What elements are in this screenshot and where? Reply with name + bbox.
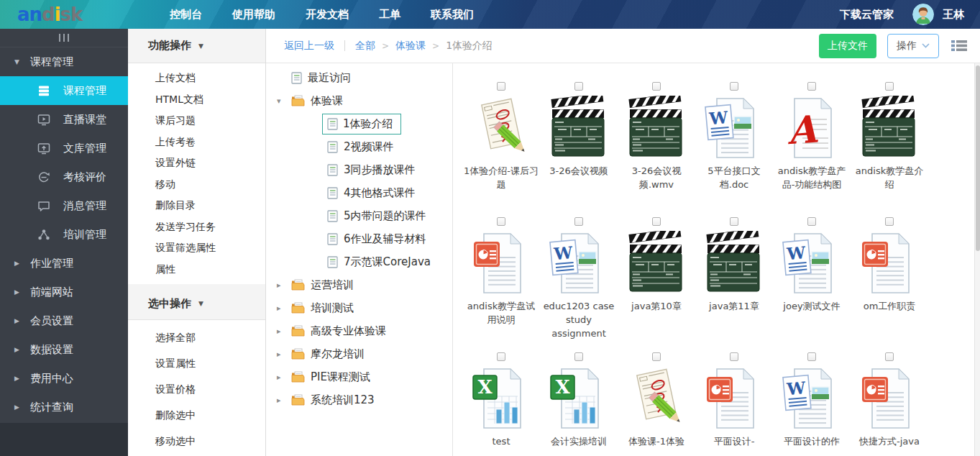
file-checkbox[interactable] [730,217,738,226]
file-tile-7[interactable]: Weduc1203 case study assignment [540,214,618,350]
file-tile-17[interactable]: 快捷方式-java [851,350,928,456]
sidebar-group-3[interactable]: ▶会员设置 [0,306,128,335]
upload-file-button[interactable]: 上传文件 [819,34,876,58]
tree-item-5[interactable]: 4其他格式课件 [266,181,452,204]
file-tile-0[interactable]: 1体验介绍-课后习题 [462,79,540,214]
sidebar-item-0[interactable]: 课程管理 [0,76,128,105]
tree-item-11[interactable]: ▸高级专业体验课 [266,319,452,342]
caret-right-icon[interactable]: ▸ [277,327,286,336]
topnav-item-1[interactable]: 控制台 [170,8,202,22]
file-tile-12[interactable]: Xtest [462,350,540,456]
file-tile-3[interactable]: W5平台接口文档.doc [695,79,773,214]
file-tile-9[interactable]: java第11章 [695,214,773,350]
file-tile-10[interactable]: Wjoey测试文件 [773,214,851,350]
sidebar-item-2[interactable]: 文库管理 [0,134,128,163]
sidebar-group-1[interactable]: ▶作业管理 [0,249,128,278]
ops-group-header-1[interactable]: 选中操作▼ [128,288,265,320]
tree-item-13[interactable]: ▸PIE课程测试 [266,365,452,388]
file-checkbox[interactable] [807,82,816,91]
topnav-item-2[interactable]: 使用帮助 [232,8,275,22]
tree-item-14[interactable]: ▸系统培训123 [266,388,452,411]
caret-right-icon[interactable]: ▸ [277,373,286,382]
caret-right-icon[interactable]: ▸ [277,396,286,405]
tree-item-0[interactable]: 最近访问 [266,66,452,89]
file-checkbox[interactable] [730,352,738,361]
topnav-item-3[interactable]: 开发文档 [306,8,349,22]
user-avatar[interactable] [912,4,934,25]
ops-item[interactable]: 课后习题 [128,110,265,132]
ops-item[interactable]: 移动 [128,174,265,196]
ops-item[interactable]: 设置价格 [128,376,265,402]
sidebar-collapse-icon[interactable] [0,29,128,47]
ops-item[interactable]: 上传考卷 [128,132,265,153]
tree-item-8[interactable]: 7示范课CoreJava [266,250,452,273]
sidebar-item-3[interactable]: 考核评价 [0,163,128,191]
breadcrumb-link[interactable]: 体验课 [395,40,426,53]
sidebar-item-5[interactable]: 培训管理 [0,220,128,249]
file-checkbox[interactable] [497,217,505,226]
file-checkbox[interactable] [807,217,816,226]
scrollbar-thumb[interactable] [976,65,980,251]
sidebar-group-5[interactable]: ▶费用中心 [0,364,128,393]
ops-item[interactable]: HTML文档 [128,89,265,111]
file-tile-2[interactable]: 3-26会议视频.wmv [618,79,695,214]
ops-item[interactable]: 删除选中 [128,402,265,428]
ops-item[interactable]: 删除目录 [128,195,265,216]
download-cloud-manager-link[interactable]: 下载云管家 [840,8,894,22]
tree-item-6[interactable]: 5内带问题的课件 [266,204,452,227]
tree-item-3[interactable]: 2视频课件 [266,135,452,158]
file-checkbox[interactable] [652,82,661,91]
file-tile-14[interactable]: 体验课-1体验 [618,350,695,456]
sidebar-group-0[interactable]: ▼课程管理 [0,47,128,76]
username[interactable]: 王林 [943,8,964,22]
topnav-item-5[interactable]: 联系我们 [431,8,474,22]
tree-item-1[interactable]: ▾体验课 [266,89,452,112]
list-view-icon[interactable] [951,40,967,52]
ops-item[interactable]: 移动选中 [128,428,265,454]
vertical-scrollbar[interactable] [974,63,980,456]
tree-item-12[interactable]: ▸摩尔龙培训 [266,342,452,365]
ops-item[interactable]: 设置筛选属性 [128,237,265,259]
file-tile-15[interactable]: 平面设计- [695,350,773,456]
file-checkbox[interactable] [885,352,894,361]
file-tile-6[interactable]: andisk教学盘试用说明 [462,214,540,350]
file-checkbox[interactable] [885,217,894,226]
caret-right-icon[interactable]: ▸ [277,350,286,359]
sidebar-group-6[interactable]: ▶统计查询 [0,393,128,421]
file-checkbox[interactable] [652,217,661,226]
sidebar-group-2[interactable]: ▶前端网站 [0,278,128,306]
file-tile-16[interactable]: W平面设计的作 [773,350,851,456]
file-checkbox[interactable] [574,352,583,361]
tree-item-2[interactable]: 1体验介绍 [266,112,452,135]
app-logo[interactable]: andisk [0,0,128,29]
file-checkbox[interactable] [574,217,583,226]
file-tile-5[interactable]: andisk教学盘介绍 [851,79,928,214]
file-checkbox[interactable] [497,82,505,91]
ops-item[interactable]: 发送学习任务 [128,216,265,238]
ops-item[interactable]: 设置外链 [128,152,265,174]
tree-item-7[interactable]: 6作业及辅导材料 [266,227,452,250]
caret-right-icon[interactable]: ▸ [277,281,286,290]
tree-item-9[interactable]: ▸运营培训 [266,273,452,296]
file-checkbox[interactable] [885,82,894,91]
ops-item[interactable]: 属性 [128,259,265,281]
caret-right-icon[interactable]: ▸ [277,304,286,313]
breadcrumb-link[interactable]: 全部 [355,40,375,53]
tree-item-10[interactable]: ▸培训测试 [266,296,452,319]
sidebar-item-4[interactable]: 消息管理 [0,191,128,220]
ops-item[interactable]: 选择全部 [128,324,265,350]
tree-item-4[interactable]: 3同步播放课件 [266,158,452,181]
file-tile-1[interactable]: 3-26会议视频 [540,79,618,214]
file-tile-11[interactable]: om工作职责 [851,214,928,350]
action-dropdown-button[interactable]: 操作 [887,34,939,58]
file-checkbox[interactable] [807,352,816,361]
topnav-item-4[interactable]: 工单 [379,8,400,22]
file-checkbox[interactable] [652,352,661,361]
ops-item[interactable]: 设置属性 [128,350,265,376]
file-tile-4[interactable]: Aandisk教学盘产品-功能结构图 [773,79,851,214]
file-checkbox[interactable] [497,352,505,361]
file-tile-8[interactable]: java第10章 [618,214,695,350]
caret-down-icon[interactable]: ▾ [277,96,286,106]
file-checkbox[interactable] [730,82,738,91]
file-checkbox[interactable] [574,82,583,91]
